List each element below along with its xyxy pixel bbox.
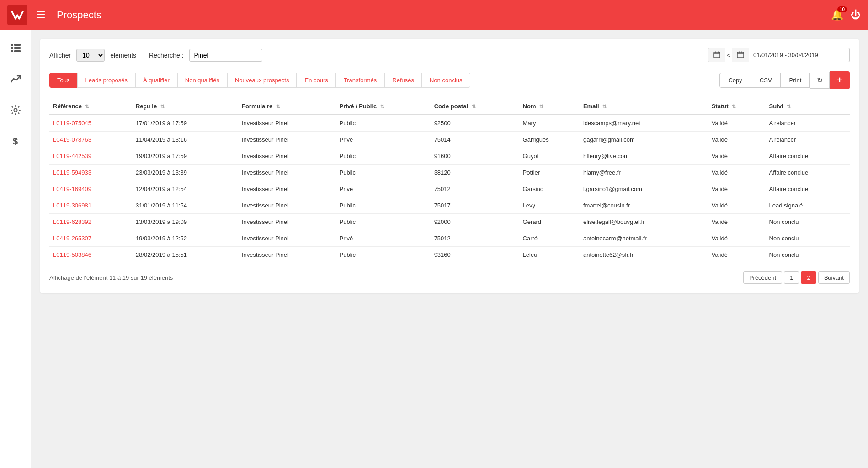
power-button[interactable]: ⏻ [851, 9, 861, 21]
cell-reference: L0119-594933 [49, 165, 132, 181]
reference-link[interactable]: L0419-169409 [53, 186, 91, 192]
filter-transformes[interactable]: Transformés [336, 73, 384, 88]
cell-recu-le: 19/03/2019 à 12:52 [132, 230, 238, 247]
page-prev-button[interactable]: Précédent [743, 271, 782, 284]
col-reference[interactable]: Référence ⇅ [49, 98, 132, 115]
col-code-postal[interactable]: Code postal ⇅ [431, 98, 519, 115]
filter-en-cours[interactable]: En cours [297, 73, 335, 88]
notification-bell[interactable]: 🔔 10 [831, 9, 843, 21]
col-recu-le[interactable]: Reçu le ⇅ [132, 98, 238, 115]
page-1-button[interactable]: 1 [784, 271, 799, 284]
cell-email: ldescamps@mary.net [580, 115, 708, 132]
cell-formulaire: Investisseur Pinel [238, 214, 336, 230]
cell-email: l.garsino1@gmail.com [580, 181, 708, 197]
filter-refuses[interactable]: Refusés [384, 73, 422, 88]
filter-row: Tous Leads proposés À qualifier Non qual… [49, 71, 850, 89]
cell-reference: L0119-075045 [49, 115, 132, 132]
cell-nom: Carré [519, 230, 580, 247]
col-prive-public[interactable]: Privé / Public ⇅ [336, 98, 431, 115]
col-suivi[interactable]: Suivi ⇅ [766, 98, 850, 115]
pagination-row: Affichage de l'élément 11 à 19 sur 19 él… [49, 271, 850, 284]
cell-statut: Validé [708, 115, 766, 132]
reference-link[interactable]: L0119-503846 [53, 251, 91, 258]
sort-icon-recu: ⇅ [160, 104, 165, 109]
cell-recu-le: 28/02/2019 à 15:51 [132, 247, 238, 263]
sidebar-item-list[interactable] [6, 39, 25, 57]
page-next-button[interactable]: Suivant [818, 271, 850, 284]
cell-recu-le: 11/04/2019 à 13:16 [132, 132, 238, 148]
cell-email: antoinecarre@hotmail.fr [580, 230, 708, 247]
table-row: L0119-442539 19/03/2019 à 17:59 Investis… [49, 148, 850, 165]
cell-reference: L0119-442539 [49, 148, 132, 165]
cell-nom: Guyot [519, 148, 580, 165]
cell-prive-public: Public [336, 247, 431, 263]
hamburger-icon[interactable]: ☰ [37, 9, 46, 21]
cell-prive-public: Public [336, 214, 431, 230]
top-header: ☰ Prospects 🔔 10 ⏻ [0, 0, 868, 30]
cell-formulaire: Investisseur Pinel [238, 181, 336, 197]
add-button[interactable]: + [830, 71, 850, 89]
cell-prive-public: Privé [336, 181, 431, 197]
sidebar-item-chart[interactable] [6, 70, 25, 88]
dollar-icon: $ [13, 136, 18, 147]
reference-link[interactable]: L0119-306981 [53, 202, 91, 209]
col-statut[interactable]: Statut ⇅ [708, 98, 766, 115]
svg-rect-8 [737, 52, 744, 58]
svg-rect-3 [14, 47, 21, 49]
csv-button[interactable]: CSV [751, 73, 781, 88]
table-row: L0119-628392 13/03/2019 à 19:09 Investis… [49, 214, 850, 230]
search-input[interactable] [189, 49, 262, 62]
sort-icon-nom: ⇅ [539, 104, 543, 109]
filter-a-qualifier[interactable]: À qualifier [135, 73, 177, 88]
cell-reference: L0419-265307 [49, 230, 132, 247]
cell-email: hlamy@free.fr [580, 165, 708, 181]
reference-link[interactable]: L0119-442539 [53, 153, 91, 160]
cell-nom: Garsino [519, 181, 580, 197]
cell-suivi: Affaire conclue [766, 148, 850, 165]
reference-link[interactable]: L0419-265307 [53, 235, 91, 242]
data-table: Référence ⇅ Reçu le ⇅ Formulaire ⇅ Privé… [49, 98, 850, 263]
date-display: 01/01/2019 - 30/04/2019 [749, 49, 849, 61]
filter-tous[interactable]: Tous [49, 73, 77, 88]
cell-email: antoinette62@sfr.fr [580, 247, 708, 263]
reference-link[interactable]: L0119-594933 [53, 169, 91, 176]
filter-leads-proposes[interactable]: Leads proposés [77, 73, 135, 88]
col-nom[interactable]: Nom ⇅ [519, 98, 580, 115]
svg-rect-7 [714, 52, 720, 58]
print-button[interactable]: Print [781, 73, 810, 88]
cell-suivi: Affaire conclue [766, 165, 850, 181]
filter-non-conclus[interactable]: Non conclus [422, 73, 470, 88]
reference-link[interactable]: L0119-075045 [53, 120, 91, 127]
cell-statut: Validé [708, 214, 766, 230]
cell-code-postal: 75012 [431, 230, 519, 247]
cell-formulaire: Investisseur Pinel [238, 247, 336, 263]
afficher-select[interactable]: 10 25 50 100 [76, 49, 105, 62]
cell-recu-le: 12/04/2019 à 12:54 [132, 181, 238, 197]
page-2-button[interactable]: 2 [801, 271, 816, 284]
cell-code-postal: 75014 [431, 132, 519, 148]
cell-suivi: Non conclu [766, 214, 850, 230]
col-email[interactable]: Email ⇅ [580, 98, 708, 115]
date-from-button[interactable] [708, 48, 725, 62]
copy-button[interactable]: Copy [719, 73, 751, 88]
refresh-button[interactable]: ↻ [810, 72, 830, 89]
afficher-label: Afficher [49, 52, 71, 59]
svg-rect-2 [11, 47, 13, 49]
cell-code-postal: 92500 [431, 115, 519, 132]
cell-statut: Validé [708, 230, 766, 247]
cell-recu-le: 23/03/2019 à 13:39 [132, 165, 238, 181]
filter-nouveaux-prospects[interactable]: Nouveaux prospects [227, 73, 297, 88]
col-formulaire[interactable]: Formulaire ⇅ [238, 98, 336, 115]
date-to-button[interactable] [732, 48, 749, 62]
sidebar-item-settings[interactable] [6, 101, 25, 119]
sort-icon-email: ⇅ [602, 104, 607, 109]
cell-prive-public: Public [336, 115, 431, 132]
cell-statut: Validé [708, 132, 766, 148]
filter-non-qualifies[interactable]: Non qualifiés [177, 73, 227, 88]
cell-email: fmartel@cousin.fr [580, 197, 708, 214]
reference-link[interactable]: L0419-078763 [53, 136, 91, 143]
sidebar-item-finance[interactable]: $ [6, 132, 25, 150]
table-row: L0119-075045 17/01/2019 à 17:59 Investis… [49, 115, 850, 132]
cell-reference: L0419-169409 [49, 181, 132, 197]
reference-link[interactable]: L0119-628392 [53, 218, 91, 225]
